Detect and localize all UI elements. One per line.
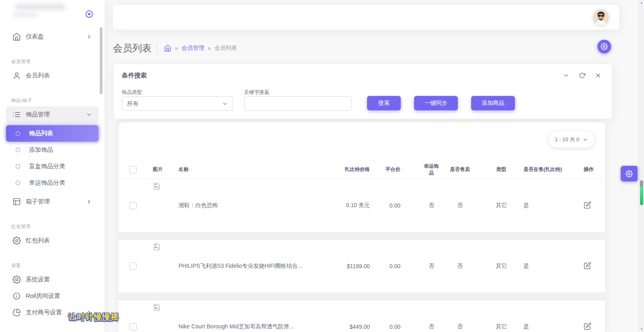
layout-icon: [12, 198, 21, 206]
page-title: 会员列表: [113, 42, 152, 55]
breadcrumb-link[interactable]: 会员管理: [182, 45, 204, 52]
sidebar-item-label: 红包列表: [26, 237, 92, 244]
user-icon: [12, 71, 21, 80]
table-header-col-image: 图片: [153, 166, 178, 173]
sidebar-subitem-lucky-item-category[interactable]: 幸运饰品分类: [6, 175, 98, 191]
chevron-down-icon: [582, 137, 588, 143]
cell-platform-price: 0.00: [370, 324, 406, 330]
user-avatar[interactable]: [593, 9, 609, 25]
gear-icon: [12, 275, 21, 284]
row-checkbox[interactable]: [129, 323, 137, 330]
sidebar-subitem-label: 添加饰品: [29, 146, 89, 154]
cell-lucky: 否: [406, 323, 441, 330]
sidebar-item-label: 饰品管理: [26, 111, 86, 118]
cell-for-sale: 否: [441, 263, 479, 270]
sidebar-item-label: 仪表盘: [26, 33, 86, 41]
sidebar-item-label: 会员列表: [26, 72, 92, 79]
browser-scrollbar[interactable]: ▲ ▼: [638, 0, 644, 332]
sidebar-subitem-label: 饰品列表: [29, 130, 89, 137]
sidebar-subitem-add-item[interactable]: 添加饰品: [6, 142, 98, 158]
row-separator: [119, 293, 605, 300]
sidebar-item-box-management[interactable]: 箱子管理: [6, 193, 98, 210]
sidebar-subitem-blindbox-item-category[interactable]: 盲盒饰品分类: [6, 158, 98, 175]
edit-button[interactable]: [584, 201, 591, 209]
sidebar-section-settings: 设置: [0, 249, 105, 271]
sidebar-item-label: 箱子管理: [26, 198, 86, 206]
select-all-checkbox[interactable]: [129, 166, 137, 173]
home-icon[interactable]: [164, 45, 171, 52]
sidebar-item-system-settings[interactable]: 系统设置: [6, 271, 98, 288]
sidebar-item-roll-room-settings[interactable]: Roll房间设置: [6, 288, 98, 304]
cell-type: 其它: [479, 323, 511, 330]
table-header-col-platform-price: 平台价: [370, 166, 406, 173]
sync-button[interactable]: 一键同步: [414, 96, 458, 110]
sidebar-subitem-item-list[interactable]: 饰品列表: [6, 125, 98, 142]
table-row: 潮鞋：白色恐怖0.10 美元0.00否否其它是: [119, 179, 605, 232]
scrollbar-up-arrow-icon[interactable]: ▲: [639, 1, 644, 5]
row-checkbox[interactable]: [129, 263, 137, 270]
items-table-card: 1 - 10 共 0 图片名称扎比特价格平台价幸运饰品是否售卖类型是否在售(扎比…: [119, 122, 605, 332]
circle-bullet-icon: [16, 181, 20, 185]
keyword-label: 关键字搜索: [244, 89, 269, 96]
edit-button[interactable]: [584, 322, 591, 330]
table-header-col-type: 类型: [479, 166, 511, 173]
search-panel-actions: [563, 72, 601, 79]
divider: [157, 43, 158, 53]
logo-area: [0, 0, 105, 28]
mini-scrollbar-cap: [640, 180, 643, 187]
chevron-down-icon: [86, 112, 92, 118]
close-panel-icon[interactable]: [595, 72, 601, 79]
table-header-col-actions: 操作: [572, 166, 597, 173]
add-product-button[interactable]: 添加商品: [471, 96, 515, 110]
row-checkbox[interactable]: [129, 202, 137, 209]
cell-type: 其它: [479, 202, 511, 209]
cell-name: 潮鞋：白色恐怖: [178, 202, 330, 209]
collapse-panel-icon[interactable]: [563, 72, 569, 79]
row-separator: [119, 232, 605, 239]
pagination-pill[interactable]: 1 - 10 共 0: [548, 131, 595, 148]
cell-for-sale: 否: [441, 202, 479, 209]
edit-button[interactable]: [584, 262, 591, 269]
sidebar-item-member-list[interactable]: 会员列表: [6, 67, 98, 84]
sidebar-subitem-label: 幸运饰品分类: [29, 179, 89, 187]
search-panel-title: 条件搜索: [122, 71, 147, 80]
sidebar-item-item-management[interactable]: 饰品管理: [6, 106, 98, 123]
sidebar-section-redpacket-management: 红包管理: [0, 210, 105, 232]
search-panel: 条件搜索 饰品类型 所有 关键字搜索 搜索 一键同步 添加商品: [114, 64, 612, 119]
pagination-range: 1 - 10 共 0: [555, 136, 579, 143]
sidebar-item-label: Roll房间设置: [26, 292, 92, 300]
sidebar-section-member-management: 会员管理: [0, 45, 105, 67]
cell-zbt-price: 0.10 美元: [330, 202, 370, 209]
home-icon: [12, 33, 21, 41]
sidebar-scrollbar-thumb[interactable]: [100, 27, 103, 94]
sidebar-item-dashboard[interactable]: 仪表盘: [6, 29, 98, 45]
cell-zbt-price: $1199.00: [330, 263, 370, 269]
table-header-col-zbt-price: 扎比特价格: [330, 166, 370, 173]
keyword-input[interactable]: [244, 96, 352, 111]
cell-platform-price: 0.00: [370, 202, 406, 209]
breadcrumb-separator: »: [208, 45, 211, 51]
circle-bullet-icon: [16, 148, 20, 152]
broken-image-icon: [153, 243, 161, 251]
cell-name: PHILIPS飞利浦S3 Fidelio专业发烧HIFI圈铁结合...: [178, 263, 330, 270]
page-settings-button[interactable]: [597, 40, 611, 53]
search-button[interactable]: 搜索: [367, 96, 401, 110]
table-header-col-on-sale-zbt: 是否在售(扎比特): [511, 166, 572, 173]
refresh-icon[interactable]: [579, 72, 585, 79]
sidebar-item-redpacket-list[interactable]: 红包列表: [6, 232, 98, 249]
cell-for-sale: 否: [441, 323, 479, 330]
table-row: PHILIPS飞利浦S3 Fidelio专业发烧HIFI圈铁结合...$1199…: [119, 239, 605, 293]
mini-scrollbar[interactable]: [640, 180, 643, 205]
page-head: 会员列表 » 会员管理 » 会员列表: [113, 40, 619, 56]
sidebar-collapse-toggle-icon[interactable]: [84, 8, 95, 20]
item-type-label: 饰品类型: [122, 89, 142, 96]
scrollbar-down-arrow-icon[interactable]: ▼: [639, 327, 644, 331]
sidebar-section-items-boxes: 饰品/箱子: [0, 84, 105, 106]
gear-icon: [12, 236, 21, 245]
chevron-right-icon: [86, 199, 92, 205]
customizer-gear-button[interactable]: [621, 166, 638, 181]
item-type-select-value: 所有: [127, 100, 139, 108]
sidebar: 仪表盘会员管理会员列表饰品/箱子饰品管理饰品列表添加饰品盲盒饰品分类幸运饰品分类…: [0, 0, 105, 332]
cell-on-sale-zbt: 是: [511, 263, 572, 270]
item-type-select[interactable]: 所有: [122, 96, 233, 111]
